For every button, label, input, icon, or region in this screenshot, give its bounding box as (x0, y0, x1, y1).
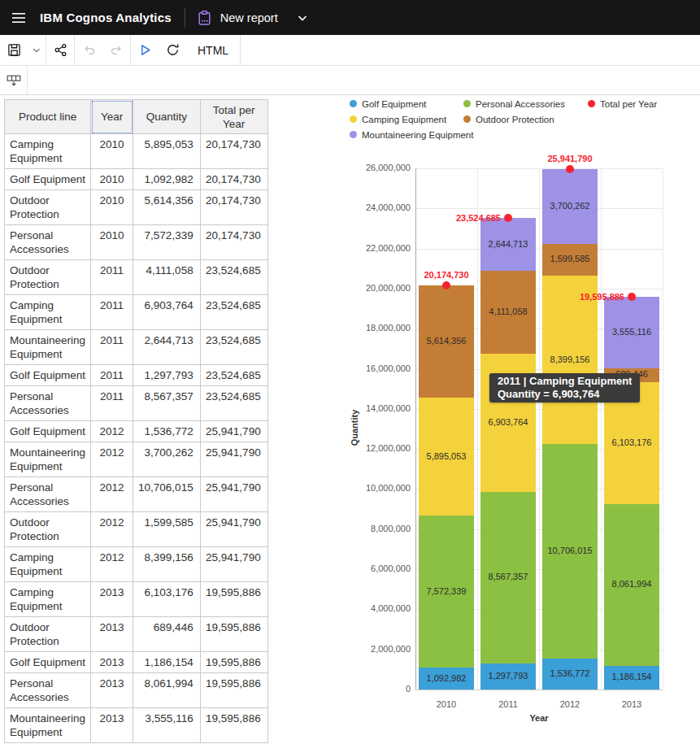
cell-quantity[interactable]: 1,599,585 (133, 512, 201, 547)
legend-item[interactable]: Personal Accessories (463, 96, 565, 111)
cell-year[interactable]: 2010 (91, 190, 133, 225)
legend-item[interactable]: Camping Equipment (350, 111, 473, 127)
cell-total-per-year[interactable]: 20,174,730 (200, 190, 267, 225)
cell-year[interactable]: 2010 (91, 225, 133, 260)
cell-year[interactable]: 2011 (91, 260, 133, 295)
legend-item[interactable]: Total per Year (588, 96, 657, 111)
cell-product-line[interactable]: Mountaineering Equipment (5, 442, 91, 477)
cell-quantity[interactable]: 1,536,772 (133, 421, 201, 442)
menu-button[interactable] (0, 0, 37, 35)
total-per-year-marker[interactable] (442, 281, 450, 289)
refresh-button[interactable] (159, 35, 186, 65)
cell-total-per-year[interactable]: 19,595,886 (200, 617, 267, 652)
cell-product-line[interactable]: Golf Equipment (5, 652, 91, 673)
total-per-year-marker[interactable] (628, 293, 636, 301)
cell-total-per-year[interactable]: 23,524,685 (200, 386, 267, 421)
cell-total-per-year[interactable]: 25,941,790 (200, 442, 267, 477)
cell-product-line[interactable]: Mountaineering Equipment (5, 708, 91, 743)
cell-quantity[interactable]: 6,103,176 (133, 582, 201, 617)
redo-button[interactable] (102, 35, 130, 65)
cell-total-per-year[interactable]: 23,524,685 (200, 365, 267, 386)
cell-total-per-year[interactable]: 23,524,685 (200, 260, 267, 295)
save-button[interactable] (0, 35, 28, 65)
save-options-button[interactable] (28, 35, 46, 65)
cell-quantity[interactable]: 6,903,764 (133, 295, 201, 330)
cell-quantity[interactable]: 3,700,262 (133, 442, 201, 477)
cell-year[interactable]: 2011 (91, 386, 133, 421)
cell-total-per-year[interactable]: 19,595,886 (200, 708, 267, 743)
cell-total-per-year[interactable]: 23,524,685 (200, 330, 267, 365)
cell-quantity[interactable]: 1,092,982 (133, 169, 201, 190)
cell-total-per-year[interactable]: 25,941,790 (200, 512, 267, 547)
cell-quantity[interactable]: 8,061,994 (133, 673, 201, 708)
cell-product-line[interactable]: Personal Accessories (5, 386, 91, 421)
cell-quantity[interactable]: 689,446 (133, 617, 201, 652)
cell-total-per-year[interactable]: 20,174,730 (200, 169, 267, 190)
cell-year[interactable]: 2012 (91, 512, 133, 547)
cell-year[interactable]: 2013 (91, 652, 133, 673)
cell-total-per-year[interactable]: 19,595,886 (200, 673, 267, 708)
column-header-year[interactable]: Year (91, 100, 133, 134)
cell-quantity[interactable]: 1,186,154 (133, 652, 201, 673)
column-header-total-per-year[interactable]: Total per Year (200, 100, 267, 134)
cell-total-per-year[interactable]: 25,941,790 (200, 547, 267, 582)
column-header-product-line[interactable]: Product line (5, 100, 91, 134)
cell-product-line[interactable]: Personal Accessories (5, 477, 91, 512)
cell-year[interactable]: 2012 (91, 421, 133, 442)
legend-item[interactable]: Mountaineering Equipment (350, 127, 473, 142)
cell-year[interactable]: 2013 (91, 708, 133, 743)
cell-year[interactable]: 2013 (91, 617, 133, 652)
cell-year[interactable]: 2012 (91, 442, 133, 477)
cell-product-line[interactable]: Mountaineering Equipment (5, 330, 91, 365)
cell-product-line[interactable]: Outdoor Protection (5, 617, 91, 652)
cell-year[interactable]: 2013 (91, 673, 133, 708)
cell-product-line[interactable]: Golf Equipment (5, 169, 91, 190)
cell-year[interactable]: 2010 (91, 134, 133, 169)
cell-product-line[interactable]: Outdoor Protection (5, 190, 91, 225)
cell-total-per-year[interactable]: 20,174,730 (200, 134, 267, 169)
output-format-button[interactable]: HTML (186, 35, 240, 65)
cell-product-line[interactable]: Camping Equipment (5, 134, 91, 169)
cell-year[interactable]: 2011 (91, 295, 133, 330)
cell-total-per-year[interactable]: 23,524,685 (200, 295, 267, 330)
cell-product-line[interactable]: Personal Accessories (5, 673, 91, 708)
cell-product-line[interactable]: Outdoor Protection (5, 512, 91, 547)
cell-quantity[interactable]: 7,572,339 (133, 225, 201, 260)
cell-quantity[interactable]: 4,111,058 (133, 260, 201, 295)
cell-year[interactable]: 2011 (91, 330, 133, 365)
cell-product-line[interactable]: Personal Accessories (5, 225, 91, 260)
cell-product-line[interactable]: Golf Equipment (5, 365, 91, 386)
cell-product-line[interactable]: Golf Equipment (5, 421, 91, 442)
cell-product-line[interactable]: Camping Equipment (5, 547, 91, 582)
cell-quantity[interactable]: 8,567,357 (133, 386, 201, 421)
cell-year[interactable]: 2012 (91, 477, 133, 512)
cell-product-line[interactable]: Camping Equipment (5, 582, 91, 617)
run-report-button[interactable] (131, 35, 159, 65)
cell-quantity[interactable]: 2,644,713 (133, 330, 201, 365)
legend-item[interactable]: Golf Equipment (350, 96, 473, 111)
cell-year[interactable]: 2012 (91, 547, 133, 582)
share-button[interactable] (46, 35, 74, 65)
cell-quantity[interactable]: 10,706,015 (133, 477, 201, 512)
cell-year[interactable]: 2010 (91, 169, 133, 190)
cell-quantity[interactable]: 3,555,116 (133, 708, 201, 743)
cell-total-per-year[interactable]: 19,595,886 (200, 652, 267, 673)
cell-total-per-year[interactable]: 25,941,790 (200, 421, 267, 442)
drop-zone-button[interactable] (0, 66, 27, 94)
undo-button[interactable] (75, 35, 102, 65)
cell-year[interactable]: 2011 (91, 365, 133, 386)
cell-year[interactable]: 2013 (91, 582, 133, 617)
cell-quantity[interactable]: 5,895,053 (133, 134, 201, 169)
cell-total-per-year[interactable]: 25,941,790 (200, 477, 267, 512)
column-header-quantity[interactable]: Quantity (133, 100, 201, 134)
cell-total-per-year[interactable]: 19,595,886 (200, 582, 267, 617)
cell-quantity[interactable]: 1,297,793 (133, 365, 201, 386)
report-switcher-button[interactable]: New report (197, 10, 309, 26)
total-per-year-marker[interactable] (504, 214, 512, 222)
cell-quantity[interactable]: 8,399,156 (133, 547, 201, 582)
cell-product-line[interactable]: Outdoor Protection (5, 260, 91, 295)
cell-product-line[interactable]: Camping Equipment (5, 295, 91, 330)
cell-total-per-year[interactable]: 20,174,730 (200, 225, 267, 260)
legend-item[interactable]: Outdoor Protection (463, 111, 565, 127)
cell-quantity[interactable]: 5,614,356 (133, 190, 201, 225)
